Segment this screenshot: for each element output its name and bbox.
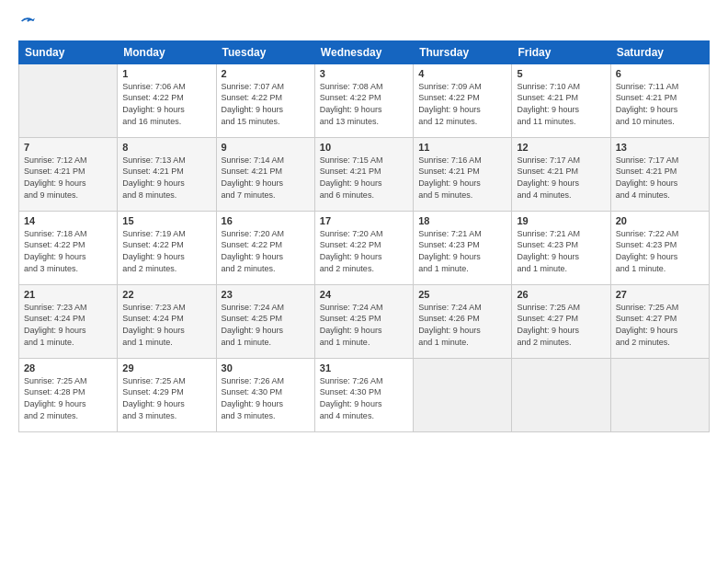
day-info: Sunrise: 7:20 AMSunset: 4:22 PMDaylight:… — [320, 228, 408, 274]
day-cell — [414, 358, 512, 431]
day-info: Sunrise: 7:25 AMSunset: 4:27 PMDaylight:… — [616, 302, 704, 348]
day-cell: 16Sunrise: 7:20 AMSunset: 4:22 PMDayligh… — [216, 211, 314, 284]
day-number: 14 — [24, 215, 112, 226]
day-info: Sunrise: 7:06 AMSunset: 4:22 PMDaylight:… — [122, 81, 210, 127]
day-cell: 9Sunrise: 7:14 AMSunset: 4:21 PMDaylight… — [216, 137, 314, 211]
logo-text — [18, 15, 35, 33]
day-info: Sunrise: 7:18 AMSunset: 4:22 PMDaylight:… — [24, 228, 112, 274]
logo — [18, 15, 35, 33]
day-number: 31 — [320, 362, 408, 373]
day-cell: 2Sunrise: 7:07 AMSunset: 4:22 PMDaylight… — [216, 63, 314, 137]
day-cell: 23Sunrise: 7:24 AMSunset: 4:25 PMDayligh… — [216, 284, 314, 358]
day-cell: 22Sunrise: 7:23 AMSunset: 4:24 PMDayligh… — [118, 284, 216, 358]
day-cell: 20Sunrise: 7:22 AMSunset: 4:23 PMDayligh… — [610, 211, 709, 284]
day-cell: 25Sunrise: 7:24 AMSunset: 4:26 PMDayligh… — [414, 284, 512, 358]
day-number: 29 — [122, 362, 210, 373]
day-cell: 27Sunrise: 7:25 AMSunset: 4:27 PMDayligh… — [610, 284, 709, 358]
day-number: 13 — [616, 142, 704, 153]
day-info: Sunrise: 7:11 AMSunset: 4:21 PMDaylight:… — [616, 81, 704, 127]
day-info: Sunrise: 7:21 AMSunset: 4:23 PMDaylight:… — [517, 228, 605, 274]
day-number: 19 — [517, 215, 605, 226]
day-info: Sunrise: 7:10 AMSunset: 4:21 PMDaylight:… — [517, 81, 605, 127]
day-info: Sunrise: 7:15 AMSunset: 4:21 PMDaylight:… — [320, 155, 408, 201]
day-cell: 18Sunrise: 7:21 AMSunset: 4:23 PMDayligh… — [414, 211, 512, 284]
day-cell: 26Sunrise: 7:25 AMSunset: 4:27 PMDayligh… — [512, 284, 610, 358]
week-row-2: 7Sunrise: 7:12 AMSunset: 4:21 PMDaylight… — [19, 137, 710, 211]
day-number: 11 — [418, 142, 506, 153]
day-cell: 11Sunrise: 7:16 AMSunset: 4:21 PMDayligh… — [414, 137, 512, 211]
day-info: Sunrise: 7:24 AMSunset: 4:25 PMDaylight:… — [320, 302, 408, 348]
day-cell: 17Sunrise: 7:20 AMSunset: 4:22 PMDayligh… — [314, 211, 413, 284]
day-number: 9 — [222, 142, 310, 153]
day-number: 17 — [320, 215, 408, 226]
week-row-4: 21Sunrise: 7:23 AMSunset: 4:24 PMDayligh… — [19, 284, 710, 358]
day-number: 7 — [24, 142, 112, 153]
day-number: 25 — [418, 289, 506, 300]
day-number: 18 — [418, 215, 506, 226]
day-info: Sunrise: 7:07 AMSunset: 4:22 PMDaylight:… — [222, 81, 310, 127]
day-info: Sunrise: 7:17 AMSunset: 4:21 PMDaylight:… — [616, 155, 704, 201]
day-cell: 15Sunrise: 7:19 AMSunset: 4:22 PMDayligh… — [118, 211, 216, 284]
day-cell: 5Sunrise: 7:10 AMSunset: 4:21 PMDaylight… — [512, 63, 610, 137]
day-number: 27 — [616, 289, 704, 300]
day-cell: 13Sunrise: 7:17 AMSunset: 4:21 PMDayligh… — [610, 137, 709, 211]
day-number: 20 — [616, 215, 704, 226]
day-info: Sunrise: 7:24 AMSunset: 4:26 PMDaylight:… — [418, 302, 506, 348]
day-info: Sunrise: 7:26 AMSunset: 4:30 PMDaylight:… — [222, 375, 310, 421]
day-cell: 6Sunrise: 7:11 AMSunset: 4:21 PMDaylight… — [610, 63, 709, 137]
day-info: Sunrise: 7:22 AMSunset: 4:23 PMDaylight:… — [616, 228, 704, 274]
day-info: Sunrise: 7:23 AMSunset: 4:24 PMDaylight:… — [24, 302, 112, 348]
calendar-page: SundayMondayTuesdayWednesdayThursdayFrid… — [0, 0, 728, 563]
day-info: Sunrise: 7:23 AMSunset: 4:24 PMDaylight:… — [122, 302, 210, 348]
day-number: 2 — [222, 68, 310, 79]
day-number: 8 — [122, 142, 210, 153]
day-number: 3 — [320, 68, 408, 79]
day-cell: 31Sunrise: 7:26 AMSunset: 4:30 PMDayligh… — [314, 358, 413, 431]
header-tuesday: Tuesday — [216, 40, 314, 63]
day-number: 10 — [320, 142, 408, 153]
header-thursday: Thursday — [414, 40, 512, 63]
day-cell: 19Sunrise: 7:21 AMSunset: 4:23 PMDayligh… — [512, 211, 610, 284]
day-number: 6 — [616, 68, 704, 79]
day-info: Sunrise: 7:26 AMSunset: 4:30 PMDaylight:… — [320, 375, 408, 421]
day-cell: 8Sunrise: 7:13 AMSunset: 4:21 PMDaylight… — [118, 137, 216, 211]
day-info: Sunrise: 7:08 AMSunset: 4:22 PMDaylight:… — [320, 81, 408, 127]
day-cell — [610, 358, 709, 431]
week-row-3: 14Sunrise: 7:18 AMSunset: 4:22 PMDayligh… — [19, 211, 710, 284]
day-number: 12 — [517, 142, 605, 153]
day-info: Sunrise: 7:25 AMSunset: 4:29 PMDaylight:… — [122, 375, 210, 421]
header-monday: Monday — [118, 40, 216, 63]
day-number: 1 — [122, 68, 210, 79]
day-number: 22 — [122, 289, 210, 300]
header-wednesday: Wednesday — [314, 40, 413, 63]
day-cell: 10Sunrise: 7:15 AMSunset: 4:21 PMDayligh… — [314, 137, 413, 211]
day-number: 30 — [222, 362, 310, 373]
day-cell — [19, 63, 118, 137]
day-number: 5 — [517, 68, 605, 79]
calendar-table: SundayMondayTuesdayWednesdayThursdayFrid… — [18, 40, 710, 432]
day-info: Sunrise: 7:16 AMSunset: 4:21 PMDaylight:… — [418, 155, 506, 201]
day-number: 21 — [24, 289, 112, 300]
day-cell: 28Sunrise: 7:25 AMSunset: 4:28 PMDayligh… — [19, 358, 118, 431]
day-cell: 21Sunrise: 7:23 AMSunset: 4:24 PMDayligh… — [19, 284, 118, 358]
day-number: 23 — [222, 289, 310, 300]
day-number: 24 — [320, 289, 408, 300]
day-number: 4 — [418, 68, 506, 79]
day-number: 16 — [222, 215, 310, 226]
days-header-row: SundayMondayTuesdayWednesdayThursdayFrid… — [19, 40, 710, 63]
week-row-5: 28Sunrise: 7:25 AMSunset: 4:28 PMDayligh… — [19, 358, 710, 431]
day-info: Sunrise: 7:25 AMSunset: 4:28 PMDaylight:… — [24, 375, 112, 421]
day-cell: 30Sunrise: 7:26 AMSunset: 4:30 PMDayligh… — [216, 358, 314, 431]
day-cell: 3Sunrise: 7:08 AMSunset: 4:22 PMDaylight… — [314, 63, 413, 137]
day-number: 15 — [122, 215, 210, 226]
day-cell: 12Sunrise: 7:17 AMSunset: 4:21 PMDayligh… — [512, 137, 610, 211]
logo-bird-icon — [20, 14, 35, 29]
day-cell — [512, 358, 610, 431]
day-cell: 14Sunrise: 7:18 AMSunset: 4:22 PMDayligh… — [19, 211, 118, 284]
day-info: Sunrise: 7:19 AMSunset: 4:22 PMDaylight:… — [122, 228, 210, 274]
day-info: Sunrise: 7:09 AMSunset: 4:22 PMDaylight:… — [418, 81, 506, 127]
day-info: Sunrise: 7:17 AMSunset: 4:21 PMDaylight:… — [517, 155, 605, 201]
day-cell: 29Sunrise: 7:25 AMSunset: 4:29 PMDayligh… — [118, 358, 216, 431]
day-cell: 7Sunrise: 7:12 AMSunset: 4:21 PMDaylight… — [19, 137, 118, 211]
day-cell: 1Sunrise: 7:06 AMSunset: 4:22 PMDaylight… — [118, 63, 216, 137]
